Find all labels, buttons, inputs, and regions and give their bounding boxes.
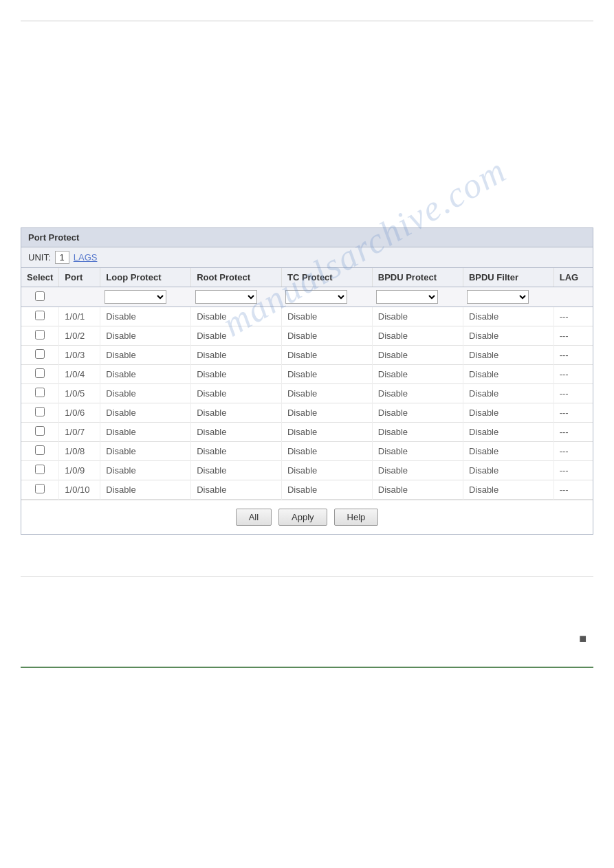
loop-protect-filter-cell[interactable]: Disable Enable: [100, 287, 191, 307]
col-header-bpdu-filter: BPDU Filter: [463, 268, 553, 287]
row-lag: ---: [553, 326, 593, 346]
table-row: 1/0/9DisableDisableDisableDisableDisable…: [21, 461, 593, 480]
root-protect-filter-cell[interactable]: Disable Enable: [191, 287, 282, 307]
row-lag: ---: [553, 423, 593, 442]
row-checkbox-9[interactable]: [35, 484, 45, 493]
row-port: 1/0/10: [59, 480, 100, 500]
row-lag: ---: [553, 480, 593, 500]
row-select-cell[interactable]: [21, 384, 59, 403]
row-bpdu-protect: Disable: [372, 403, 463, 423]
unit-label: UNIT:: [28, 252, 51, 263]
loop-protect-filter[interactable]: Disable Enable: [105, 290, 166, 304]
table-body: 1/0/1DisableDisableDisableDisableDisable…: [21, 307, 593, 500]
content-area: Port Protect UNIT: 1 LAGS Select Port Lo…: [21, 227, 593, 535]
table-row: 1/0/4DisableDisableDisableDisableDisable…: [21, 365, 593, 384]
row-tc-protect: Disable: [281, 346, 372, 365]
row-checkbox-2[interactable]: [35, 349, 45, 359]
row-port: 1/0/6: [59, 403, 100, 423]
port-protect-table: Select Port Loop Protect Root Protect TC…: [21, 268, 593, 500]
row-bpdu-protect: Disable: [372, 461, 463, 480]
row-bpdu-filter: Disable: [463, 442, 553, 461]
apply-button[interactable]: Apply: [278, 509, 327, 526]
row-tc-protect: Disable: [281, 365, 372, 384]
row-bpdu-protect: Disable: [372, 442, 463, 461]
select-all-cell[interactable]: [21, 287, 59, 307]
row-bpdu-filter: Disable: [463, 384, 553, 403]
row-loop-protect: Disable: [100, 461, 191, 480]
table-row: 1/0/5DisableDisableDisableDisableDisable…: [21, 384, 593, 403]
bottom-divider: [21, 667, 593, 668]
help-button[interactable]: Help: [334, 509, 379, 526]
row-tc-protect: Disable: [281, 403, 372, 423]
unit-number: 1: [55, 251, 69, 264]
row-checkbox-6[interactable]: [35, 426, 45, 436]
row-port: 1/0/9: [59, 461, 100, 480]
row-select-cell[interactable]: [21, 326, 59, 346]
bpdu-protect-filter[interactable]: Disable Enable: [376, 290, 438, 304]
row-loop-protect: Disable: [100, 480, 191, 500]
tc-protect-filter-cell[interactable]: Disable Enable: [281, 287, 372, 307]
row-loop-protect: Disable: [100, 346, 191, 365]
tc-protect-filter[interactable]: Disable Enable: [285, 290, 347, 304]
select-all-checkbox[interactable]: [35, 291, 45, 301]
row-bpdu-filter: Disable: [463, 346, 553, 365]
row-select-cell[interactable]: [21, 480, 59, 500]
row-select-cell[interactable]: [21, 365, 59, 384]
table-row: 1/0/1DisableDisableDisableDisableDisable…: [21, 307, 593, 326]
row-root-protect: Disable: [191, 365, 282, 384]
bpdu-filter-filter-cell[interactable]: Disable Enable: [463, 287, 553, 307]
col-header-tc-protect: TC Protect: [281, 268, 372, 287]
table-row: 1/0/6DisableDisableDisableDisableDisable…: [21, 403, 593, 423]
row-checkbox-7[interactable]: [35, 445, 45, 455]
root-protect-filter[interactable]: Disable Enable: [195, 290, 257, 304]
lags-link[interactable]: LAGS: [74, 252, 98, 263]
col-header-loop-protect: Loop Protect: [100, 268, 191, 287]
row-root-protect: Disable: [191, 423, 282, 442]
row-checkbox-3[interactable]: [35, 368, 45, 378]
bpdu-filter-filter[interactable]: Disable Enable: [467, 290, 529, 304]
port-protect-container: Port Protect UNIT: 1 LAGS Select Port Lo…: [21, 227, 593, 535]
row-bpdu-protect: Disable: [372, 384, 463, 403]
row-checkbox-4[interactable]: [35, 388, 45, 397]
row-select-cell[interactable]: [21, 442, 59, 461]
row-checkbox-1[interactable]: [35, 330, 45, 340]
row-bpdu-filter: Disable: [463, 307, 553, 326]
row-bpdu-filter: Disable: [463, 461, 553, 480]
row-bpdu-protect: Disable: [372, 326, 463, 346]
row-bpdu-filter: Disable: [463, 403, 553, 423]
col-header-select: Select: [21, 268, 59, 287]
section-title: Port Protect: [21, 228, 593, 247]
row-bpdu-filter: Disable: [463, 480, 553, 500]
page-wrapper: manualsarchive.com Port Protect UNIT: 1 …: [0, 0, 614, 868]
row-select-cell[interactable]: [21, 403, 59, 423]
row-lag: ---: [553, 442, 593, 461]
row-select-cell[interactable]: [21, 423, 59, 442]
row-root-protect: Disable: [191, 442, 282, 461]
bpdu-protect-filter-cell[interactable]: Disable Enable: [372, 287, 463, 307]
bottom-line: [21, 576, 593, 577]
row-checkbox-0[interactable]: [35, 311, 45, 320]
row-loop-protect: Disable: [100, 384, 191, 403]
row-root-protect: Disable: [191, 403, 282, 423]
row-loop-protect: Disable: [100, 326, 191, 346]
button-row: All Apply Help: [21, 500, 593, 534]
row-checkbox-8[interactable]: [35, 465, 45, 474]
row-checkbox-5[interactable]: [35, 407, 45, 416]
row-port: 1/0/5: [59, 384, 100, 403]
row-lag: ---: [553, 403, 593, 423]
row-bpdu-filter: Disable: [463, 423, 553, 442]
row-loop-protect: Disable: [100, 403, 191, 423]
row-loop-protect: Disable: [100, 442, 191, 461]
row-select-cell[interactable]: [21, 307, 59, 326]
col-header-root-protect: Root Protect: [191, 268, 282, 287]
bottom-dot: ■: [21, 632, 593, 646]
row-tc-protect: Disable: [281, 442, 372, 461]
table-row: 1/0/3DisableDisableDisableDisableDisable…: [21, 346, 593, 365]
row-select-cell[interactable]: [21, 461, 59, 480]
row-port: 1/0/4: [59, 365, 100, 384]
all-button[interactable]: All: [236, 509, 272, 526]
row-select-cell[interactable]: [21, 346, 59, 365]
row-port: 1/0/7: [59, 423, 100, 442]
row-bpdu-filter: Disable: [463, 365, 553, 384]
row-root-protect: Disable: [191, 384, 282, 403]
